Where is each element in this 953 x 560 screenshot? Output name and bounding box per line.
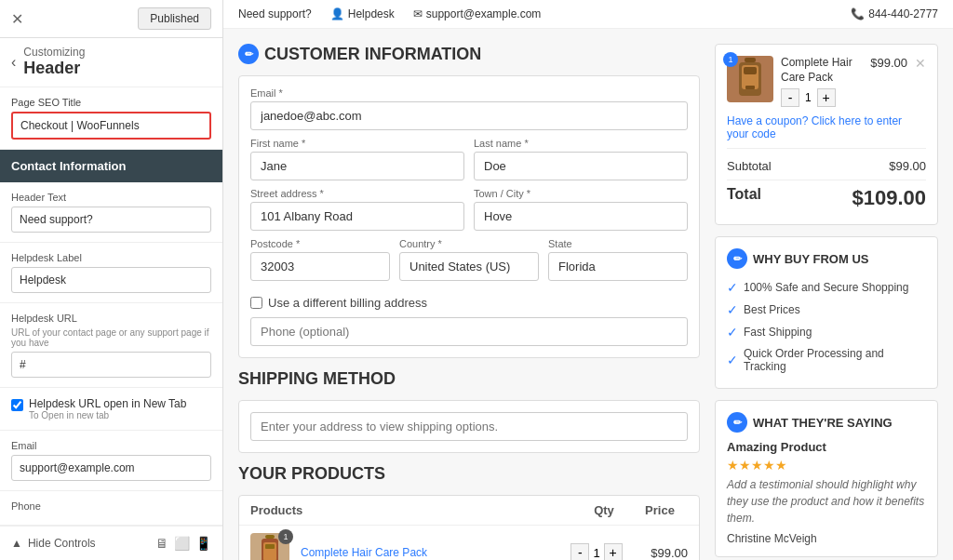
trust-item-2: ✓ Best Prices <box>727 299 926 321</box>
email-link[interactable]: ✉ support@example.com <box>413 7 542 20</box>
first-name-label: First name * <box>250 138 464 149</box>
state-input[interactable] <box>548 252 688 281</box>
published-button[interactable]: Published <box>138 7 211 30</box>
left-nav: ‹ Customizing Header <box>0 38 222 87</box>
street-input[interactable] <box>250 202 464 231</box>
left-content: Page SEO Title Contact Information Heade… <box>0 87 222 526</box>
country-input[interactable] <box>399 252 539 281</box>
shipping-input[interactable] <box>250 412 688 441</box>
helpdesk-url-input[interactable] <box>11 352 211 378</box>
desktop-icon[interactable]: 🖥 <box>155 536 168 551</box>
street-label: Street address * <box>250 188 464 199</box>
order-item-remove[interactable]: ✕ <box>915 56 926 71</box>
device-icons: 🖥 ⬜ 📱 <box>155 536 211 551</box>
billing-checkbox-label: Use a different billing address <box>268 296 427 310</box>
helpdesk-url-sublabel: URL of your contact page or any support … <box>11 327 211 348</box>
order-item-price: $99.00 <box>870 56 907 70</box>
email-section: Email <box>0 431 222 491</box>
checkbox-section: Helpdesk URL open in New Tab To Open in … <box>0 388 222 431</box>
phone-text: 📞 844-440-2777 <box>851 7 938 20</box>
email-field-input[interactable] <box>250 101 688 130</box>
name-row: First name * Last name * <box>250 138 688 188</box>
col-products-header: Products <box>250 503 576 517</box>
postal-row: Postcode * Country * State <box>250 238 688 288</box>
total-label: Total <box>727 186 761 210</box>
subtotal-row: Subtotal $99.00 <box>727 156 926 176</box>
products-table: Products Qty Price 1 Complete Hair Care … <box>238 495 700 560</box>
helpdesk-url-label: Helpdesk URL <box>11 313 211 324</box>
header-text-input[interactable] <box>11 207 211 233</box>
svg-rect-0 <box>265 535 275 539</box>
order-qty-minus[interactable]: - <box>781 88 799 107</box>
trust-item-1: ✓ 100% Safe and Secure Shopping <box>727 276 926 299</box>
trust-item-4: ✓ Quick Order Processing and Tracking <box>727 343 926 377</box>
last-name-field: Last name * <box>474 138 688 180</box>
trust-item-3: ✓ Fast Shipping <box>727 321 926 343</box>
close-button[interactable]: ✕ <box>11 10 23 28</box>
helpdesk-link[interactable]: 👤 Helpdesk <box>330 7 395 20</box>
product-badge: 1 <box>278 529 293 544</box>
checkbox-text: Helpdesk URL open in New Tab To Open in … <box>29 397 186 420</box>
hide-controls-label: Hide Controls <box>28 537 96 550</box>
qty-minus-button[interactable]: - <box>570 543 589 560</box>
support-bar: Need support? 👤 Helpdesk ✉ support@examp… <box>223 0 953 29</box>
testimonial-edit-icon[interactable]: ✏ <box>727 412 747 433</box>
left-panel: ✕ Published ‹ Customizing Header Page SE… <box>0 0 223 560</box>
why-buy-edit-icon[interactable]: ✏ <box>727 248 747 269</box>
state-field: State <box>548 238 688 281</box>
phone-optional-input[interactable] <box>250 317 688 346</box>
new-tab-checkbox[interactable] <box>11 399 23 411</box>
seo-title-input[interactable] <box>11 112 211 140</box>
svg-rect-7 <box>744 67 757 74</box>
shipping-box <box>238 400 700 453</box>
check-icon-2: ✓ <box>727 302 738 317</box>
first-name-input[interactable] <box>250 152 464 180</box>
country-label: Country * <box>399 238 539 249</box>
phone-optional-field <box>250 317 688 346</box>
back-arrow-icon[interactable]: ‹ <box>11 54 16 71</box>
total-row: Total $109.00 <box>727 180 926 213</box>
checkout-form: ✏ CUSTOMER INFORMATION Email * First nam… <box>238 44 700 560</box>
town-input[interactable] <box>474 202 688 231</box>
checkbox-sublabel: To Open in new tab <box>29 410 186 420</box>
qty-plus-button[interactable]: + <box>604 543 623 560</box>
subtotal-label: Subtotal <box>727 159 772 173</box>
testimonial-card: ✏ WHAT THEY'RE SAYING Amazing Product ★★… <box>715 400 938 557</box>
helpdesk-url-section: Helpdesk URL URL of your contact page or… <box>0 303 222 388</box>
testimonial-text: Add a testimonial should highlight why t… <box>727 476 926 527</box>
mobile-icon[interactable]: 📱 <box>195 536 211 551</box>
products-header: Products Qty Price <box>239 496 699 526</box>
helpdesk-label-input[interactable] <box>11 267 211 293</box>
product-qty: - 1 + <box>569 543 624 560</box>
country-field: Country * <box>399 238 539 281</box>
hide-controls-button[interactable]: ▲ Hide Controls <box>11 537 96 550</box>
products-title: YOUR PRODUCTS <box>238 464 700 484</box>
check-icon-1: ✓ <box>727 280 738 295</box>
col-qty-header: Qty <box>576 503 632 517</box>
product-price: $99.00 <box>632 546 688 560</box>
billing-checkbox[interactable] <box>250 297 262 309</box>
qty-value: 1 <box>593 546 599 560</box>
tablet-icon[interactable]: ⬜ <box>174 536 190 551</box>
customer-info-card: Email * First name * Last name * Str <box>238 75 700 358</box>
billing-checkbox-row: Use a different billing address <box>250 296 688 310</box>
main-content: Need support? 👤 Helpdesk ✉ support@examp… <box>223 0 953 560</box>
order-qty-plus[interactable]: + <box>817 88 836 107</box>
order-totals: Subtotal $99.00 Total $109.00 <box>727 148 926 213</box>
town-label: Town / City * <box>474 188 688 199</box>
coupon-link[interactable]: Have a coupon? Click here to enter your … <box>727 114 926 140</box>
svg-rect-4 <box>745 58 756 62</box>
phone-icon: 📞 <box>851 7 865 20</box>
shipping-title: SHIPPING METHOD <box>238 369 700 389</box>
order-item: 1 Complete Hair Care Pack - 1 + $99.00 ✕ <box>727 56 926 107</box>
address-row: Street address * Town / City * <box>250 188 688 238</box>
postcode-input[interactable] <box>250 252 390 281</box>
customer-edit-icon[interactable]: ✏ <box>238 44 259 64</box>
email-input[interactable] <box>11 455 211 481</box>
last-name-input[interactable] <box>474 152 688 180</box>
order-item-badge: 1 <box>723 52 738 67</box>
bottom-bar: ▲ Hide Controls 🖥 ⬜ 📱 <box>0 526 222 560</box>
header-text-label: Header Text <box>11 192 211 203</box>
testimonial-title: ✏ WHAT THEY'RE SAYING <box>727 412 926 433</box>
check-icon-3: ✓ <box>727 325 738 340</box>
